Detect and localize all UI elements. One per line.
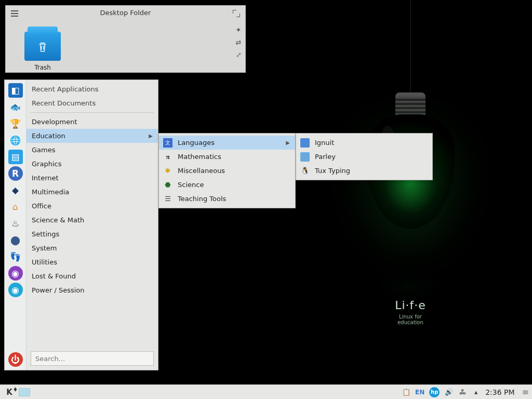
application-menu: ◧ 🐟 🏆 🌐 ▤ R ◆ ⌂ ♨ ⬤ 👣 ◉ ◉ ⏻ Recent Appli… [4,79,158,370]
settings-sliders-icon[interactable]: ⇄ [235,39,242,46]
fav-notes[interactable]: ▤ [8,150,23,164]
menu-icon[interactable] [11,10,18,17]
folder-side-controls: ✦ ⇄ ⤢ [235,26,242,59]
fav-trophy[interactable]: 🏆 [8,116,23,131]
keyboard-layout[interactable]: EN [416,388,424,396]
parley-icon [300,152,310,162]
ignuit-icon [300,138,310,148]
trash-label: Trash [24,64,61,71]
hp-icon[interactable]: hp [429,387,440,397]
menu-search[interactable] [31,351,154,366]
chevron-right-icon: ▶ [286,140,290,145]
desktop-folder-title: Desktop Folder [6,9,245,17]
languages-submenu: Ignuit Parley 🐧 Tux Typing [296,133,433,180]
fav-gnome[interactable]: 👣 [8,249,23,264]
fav-r[interactable]: R [8,166,23,181]
sub-languages[interactable]: 文 Languages▶ [159,136,295,150]
languages-icon: 文 [163,138,172,148]
expand-icon[interactable]: ⤢ [235,51,242,59]
clock[interactable]: 2:36 PM [485,388,514,396]
fav-cyan[interactable]: ◉ [8,283,23,297]
teaching-icon: ☰ [163,194,172,204]
tray-expand-icon[interactable]: ▴ [472,388,480,396]
fav-bluefish[interactable]: 🐟 [8,100,23,114]
fav-app-launcher[interactable]: ◧ [8,83,23,98]
desktop-folder-widget[interactable]: Desktop Folder ✦ ⇄ ⤢ Trash [5,5,246,73]
app-ignuit[interactable]: Ignuit [296,136,432,150]
category-development[interactable]: Development [26,115,158,129]
recent-documents[interactable]: Recent Documents [26,96,158,110]
category-power-session[interactable]: Power / Session [26,283,158,297]
categories-column: Recent Applications Recent Documents Dev… [26,80,158,370]
clipboard-icon[interactable]: 📋 [402,388,410,396]
fav-marble[interactable]: ⬤ [8,233,23,247]
trash-item[interactable]: Trash [24,32,61,71]
category-science-math[interactable]: Science & Math [26,213,158,227]
fav-purple[interactable]: ◉ [8,266,23,281]
panel-options-icon[interactable]: ≡ [520,387,529,397]
science-icon: ⬣ [163,180,172,190]
trash-icon [24,32,61,61]
power-button[interactable]: ⏻ [8,352,23,367]
misc-icon: ✱ [163,166,172,176]
chevron-right-icon: ▶ [149,133,153,139]
category-games[interactable]: Games [26,143,158,157]
kde-start-button[interactable]: K [3,387,16,397]
task-thumbnail[interactable] [19,388,30,396]
app-parley[interactable]: Parley [296,150,432,164]
category-system[interactable]: System [26,241,158,255]
search-input[interactable] [31,351,154,366]
recent-applications[interactable]: Recent Applications [26,82,158,96]
sub-teaching-tools[interactable]: ☰ Teaching Tools [159,192,295,206]
app-tux-typing[interactable]: 🐧 Tux Typing [296,164,432,178]
favorites-column: ◧ 🐟 🏆 🌐 ▤ R ◆ ⌂ ♨ ⬤ 👣 ◉ ◉ ⏻ [5,80,26,370]
wallpaper-lightbulb: ⌇◎⌇ Li·f·e Linux for education [364,83,457,317]
sub-miscellaneous[interactable]: ✱ Miscellaneous [159,164,295,178]
category-utilities[interactable]: Utilities [26,255,158,269]
tux-icon: 🐧 [300,166,310,176]
network-icon[interactable]: 🖧 [458,388,467,396]
category-office[interactable]: Office [26,199,158,213]
fav-browser[interactable]: 🌐 [8,133,23,148]
fav-inkscape[interactable]: ◆ [8,183,23,197]
category-education[interactable]: Education▶ [26,129,158,143]
sub-mathematics[interactable]: π Mathematics [159,150,295,164]
taskbar: K 📋 EN hp 🔊 🖧 ▴ 2:36 PM ≡ [0,384,532,399]
category-internet[interactable]: Internet [26,171,158,185]
new-activity-icon[interactable]: ✦ [235,26,242,34]
sub-science[interactable]: ⬣ Science [159,178,295,192]
volume-icon[interactable]: 🔊 [445,388,453,396]
education-submenu: 文 Languages▶ π Mathematics ✱ Miscellaneo… [158,133,296,208]
menu-separator [31,112,154,113]
distro-brand: Li·f·e Linux for education [387,299,434,325]
math-icon: π [163,152,172,162]
fav-home[interactable]: ⌂ [8,200,23,214]
fav-java[interactable]: ♨ [8,216,23,231]
fullscreen-icon[interactable] [233,10,240,17]
category-graphics[interactable]: Graphics [26,157,158,171]
category-multimedia[interactable]: Multimedia [26,185,158,199]
category-lost-found[interactable]: Lost & Found [26,269,158,283]
category-settings[interactable]: Settings [26,227,158,241]
